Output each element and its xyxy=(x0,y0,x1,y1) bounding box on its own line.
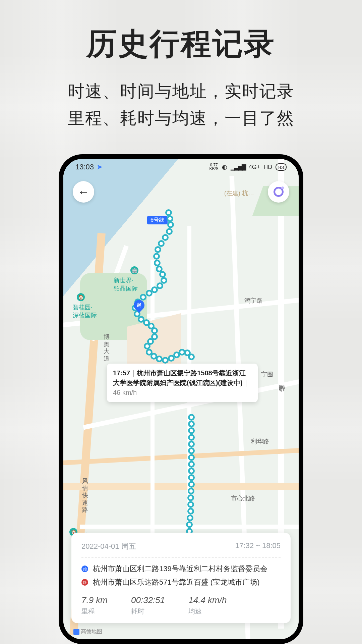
back-button[interactable]: ← xyxy=(73,181,94,203)
route-dot xyxy=(162,234,169,241)
phone-frame: 13:03 ➤ 0.77 KB/S ◐ ▁▃▅▇ 4G+ HD 83 xyxy=(59,154,303,644)
route-dot xyxy=(151,327,158,334)
route-dot xyxy=(165,209,172,216)
stat-duration-label: 耗时 xyxy=(131,607,165,616)
battery-indicator: 83 xyxy=(276,163,287,171)
route-dot xyxy=(188,414,195,421)
route-dot xyxy=(146,290,153,297)
route-dot xyxy=(155,246,161,253)
net-speed-unit: KB/S xyxy=(209,167,218,171)
map-attribution-text: 高德地图 xyxy=(81,628,102,635)
callout-sep: ｜ xyxy=(130,369,137,377)
route-dot xyxy=(186,521,193,528)
route-dot xyxy=(188,461,195,468)
page-subtitle: 时速、时间与地址，实时记录 里程、耗时与均速，一目了然 xyxy=(0,78,362,131)
phone-screen: 13:03 ➤ 0.77 KB/S ◐ ▁▃▅▇ 4G+ HD 83 xyxy=(63,159,299,639)
net-speed: 0.77 KB/S xyxy=(209,163,218,171)
callout-sep: ｜ xyxy=(243,379,249,386)
route-dot xyxy=(153,253,160,260)
route-dot xyxy=(162,357,169,364)
amap-logo-icon xyxy=(73,629,79,635)
stat-duration: 00:32:51 耗时 xyxy=(131,595,165,616)
stat-avg-speed-value: 14.4 km/h xyxy=(188,595,227,605)
route-dot xyxy=(144,343,150,350)
trip-summary-card[interactable]: 2022-04-01 周五 17:32 ~ 18:05 始 杭州市萧山区利二路1… xyxy=(71,533,291,623)
waypoint-callout[interactable]: 17:57｜杭州市萧山区振宁路1508号靠近浙江大学医学院附属妇产医院(钱江院区… xyxy=(107,364,258,402)
route-dot xyxy=(167,215,173,222)
target-icon xyxy=(274,187,284,197)
route-dot xyxy=(188,441,195,447)
map-attribution: 高德地图 xyxy=(73,628,102,635)
status-bar: 13:03 ➤ 0.77 KB/S ◐ ▁▃▅▇ 4G+ HD 83 xyxy=(63,159,299,175)
route-dot xyxy=(166,228,173,235)
route-dot xyxy=(187,501,194,508)
route-dot xyxy=(187,508,194,515)
route-dot xyxy=(154,260,161,266)
stat-distance-value: 7.9 km xyxy=(81,595,108,605)
route-dot xyxy=(188,434,195,441)
subtitle-line-1: 时速、时间与地址，实时记录 xyxy=(0,78,362,105)
trip-end-row: 终 杭州市萧山区乐达路571号靠近百盛 (宝龙城市广场) xyxy=(81,577,281,588)
trip-stats: 7.9 km 里程 00:32:51 耗时 14.4 km/h 均速 xyxy=(81,595,281,616)
trip-time-range: 17:32 ~ 18:05 xyxy=(235,541,281,551)
hd-label: HD xyxy=(263,164,272,171)
signal-type: 4G+ xyxy=(249,164,260,171)
trip-start-row: 始 杭州市萧山区利二路139号靠近利二村村务监督委员会 xyxy=(81,564,281,574)
trip-date: 2022-04-01 周五 xyxy=(81,541,136,551)
subtitle-line-2: 里程、耗时与均速，一目了然 xyxy=(0,105,362,131)
status-time: 13:03 xyxy=(75,163,94,171)
signal-icon: ▁▃▅▇ xyxy=(231,163,245,171)
route-dot xyxy=(187,494,194,501)
start-dot-icon: 始 xyxy=(81,566,88,572)
stat-distance: 7.9 km 里程 xyxy=(81,595,108,616)
divider xyxy=(81,557,281,558)
moon-icon: ◐ xyxy=(222,163,227,171)
recenter-button[interactable] xyxy=(268,181,289,203)
end-dot-icon: 终 xyxy=(81,579,88,586)
route-dot xyxy=(188,454,195,461)
route-dot xyxy=(188,474,195,481)
stat-distance-label: 里程 xyxy=(81,607,108,616)
callout-speed: 46 km/h xyxy=(113,389,137,396)
route-dot xyxy=(188,421,195,427)
route-dot xyxy=(188,468,195,474)
trip-start-address: 杭州市萧山区利二路139号靠近利二村村务监督委员会 xyxy=(93,564,267,574)
route-dot xyxy=(188,481,195,488)
trip-end-address: 杭州市萧山区乐达路571号靠近百盛 (宝龙城市广场) xyxy=(93,577,259,588)
arrow-left-icon: ← xyxy=(78,185,89,199)
route-dot xyxy=(167,221,174,228)
route-dot xyxy=(159,271,166,278)
route-dot xyxy=(188,354,195,360)
page-title: 历史行程记录 xyxy=(0,23,362,64)
callout-time: 17:57 xyxy=(113,369,130,377)
stat-avg-speed: 14.4 km/h 均速 xyxy=(188,595,227,616)
route-dot xyxy=(188,447,195,454)
location-icon: ➤ xyxy=(97,163,103,171)
route-dot xyxy=(140,294,146,301)
route-dot xyxy=(188,488,194,494)
route-dot xyxy=(188,427,195,434)
stat-avg-speed-label: 均速 xyxy=(188,607,227,616)
stat-duration-value: 00:32:51 xyxy=(131,595,165,605)
route-dot xyxy=(158,240,165,247)
route-dot xyxy=(156,356,163,362)
route-dot xyxy=(187,515,193,521)
